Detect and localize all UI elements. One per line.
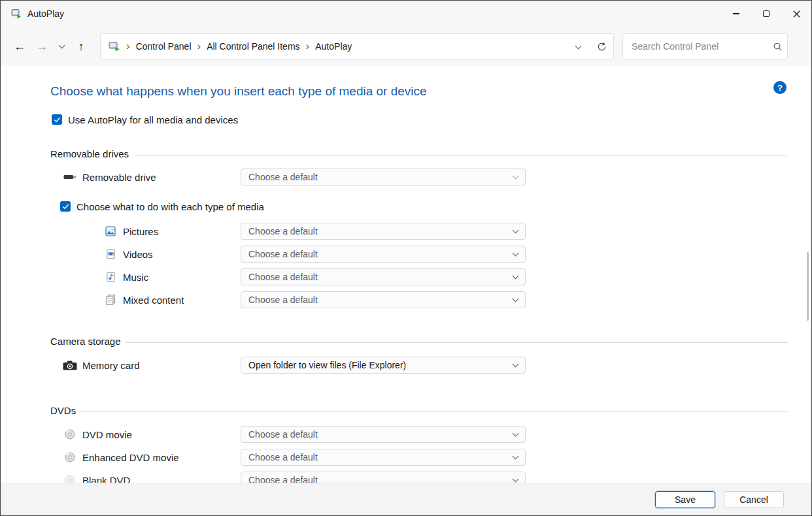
- media-types-row: Choose what to do with each type of medi…: [60, 200, 788, 213]
- forward-button[interactable]: →: [31, 35, 53, 57]
- checkmark-icon: [62, 204, 69, 210]
- mixed-content-select[interactable]: Choose a default: [241, 291, 526, 308]
- window-controls: [721, 1, 811, 27]
- selected-value: Open folder to view files (File Explorer…: [248, 360, 513, 370]
- minimize-icon: [733, 13, 739, 14]
- mixed-content-row: Mixed content Choose a default: [50, 291, 788, 308]
- checkmark-icon: [54, 117, 61, 123]
- autoplay-app-icon: [11, 8, 22, 19]
- main-content: Choose what happens when you insert each…: [1, 66, 811, 483]
- blank-dvd-row: Blank DVD Choose a default: [50, 472, 788, 483]
- selected-value: Choose a default: [248, 226, 513, 236]
- chevron-down-icon: [513, 173, 519, 180]
- pictures-select[interactable]: Choose a default: [241, 223, 526, 240]
- section-title: Removable drives: [50, 148, 129, 159]
- chevron-down-icon: [513, 250, 519, 257]
- dvd-movie-row: DVD movie Choose a default: [50, 426, 788, 443]
- chevron-down-icon: [513, 273, 519, 280]
- removable-drive-row: Removable drive Choose a default: [50, 169, 788, 185]
- dvd-disc-icon: [63, 452, 77, 462]
- use-autoplay-checkbox[interactable]: [52, 114, 62, 125]
- mixed-content-icon: [103, 295, 118, 305]
- breadcrumb-separator-icon: ›: [120, 40, 136, 52]
- selected-value: Choose a default: [248, 429, 513, 440]
- media-types-label[interactable]: Choose what to do with each type of medi…: [76, 201, 264, 212]
- close-button[interactable]: [781, 1, 811, 27]
- pictures-icon: [103, 226, 118, 236]
- enhanced-dvd-movie-row: Enhanced DVD movie Choose a default: [50, 449, 788, 466]
- refresh-icon: [597, 42, 607, 52]
- selected-value: Choose a default: [248, 272, 513, 282]
- scrollbar-thumb[interactable]: [807, 252, 809, 321]
- address-bar[interactable]: › Control Panel › All Control Panel Item…: [100, 33, 614, 59]
- camera-icon: [63, 361, 77, 370]
- section-dvds: DVDs: [50, 404, 788, 417]
- cancel-button[interactable]: Cancel: [724, 491, 784, 508]
- enhanced-dvd-movie-label: Enhanced DVD movie: [82, 452, 179, 463]
- maximize-button[interactable]: [751, 1, 781, 27]
- memory-card-label: Memory card: [82, 360, 140, 371]
- music-label: Music: [123, 272, 148, 283]
- chevron-down-icon: [513, 476, 519, 483]
- control-panel-icon: [109, 41, 120, 52]
- breadcrumb-control-panel[interactable]: Control Panel: [136, 41, 192, 52]
- recent-locations-chevron[interactable]: [53, 35, 70, 57]
- search-input[interactable]: [623, 41, 768, 52]
- mixed-content-label: Mixed content: [123, 295, 184, 306]
- section-removable-drives: Removable drives: [50, 147, 788, 160]
- maximize-icon: [763, 10, 770, 17]
- pictures-row: Pictures Choose a default: [50, 223, 788, 240]
- videos-label: Videos: [123, 249, 153, 260]
- breadcrumb-autoplay[interactable]: AutoPlay: [315, 41, 352, 52]
- section-camera-storage: Camera storage: [50, 334, 788, 347]
- selected-value: Choose a default: [248, 295, 513, 305]
- selected-value: Choose a default: [248, 475, 513, 483]
- blank-dvd-select[interactable]: Choose a default: [241, 472, 526, 483]
- breadcrumb-all-control-panel-items[interactable]: All Control Panel Items: [207, 41, 299, 52]
- chevron-down-icon: [513, 453, 519, 460]
- pictures-label: Pictures: [123, 226, 158, 237]
- window-title: AutoPlay: [27, 8, 64, 19]
- removable-drive-select[interactable]: Choose a default: [241, 169, 526, 185]
- dvd-movie-select[interactable]: Choose a default: [241, 426, 526, 443]
- dvd-movie-label: DVD movie: [82, 429, 132, 440]
- enhanced-dvd-movie-select[interactable]: Choose a default: [241, 449, 526, 466]
- chevron-down-icon: [513, 296, 519, 302]
- selected-value: Choose a default: [248, 452, 513, 462]
- selected-value: Choose a default: [248, 172, 513, 182]
- chevron-down-icon: [513, 227, 519, 234]
- section-divider: [80, 411, 788, 412]
- section-title: DVDs: [50, 405, 76, 416]
- address-dropdown-button[interactable]: [566, 34, 590, 59]
- section-title: Camera storage: [50, 336, 121, 347]
- chevron-down-icon: [58, 42, 65, 48]
- removable-drive-icon: [63, 174, 77, 180]
- minimize-button[interactable]: [721, 1, 751, 27]
- section-divider: [126, 342, 788, 343]
- navigation-bar: ← → ↑ › Control Panel › All Control Pane…: [1, 27, 811, 66]
- videos-row: Videos Choose a default: [50, 246, 788, 263]
- music-row: Music Choose a default: [50, 268, 788, 285]
- up-button[interactable]: ↑: [70, 35, 92, 57]
- breadcrumb-separator-icon: ›: [300, 40, 316, 52]
- autoplay-window: AutoPlay ← → ↑ › Control Panel ›: [0, 0, 812, 516]
- section-divider: [133, 155, 788, 155]
- page-title: Choose what happens when you insert each…: [50, 83, 788, 100]
- footer-bar: Save Cancel: [1, 483, 811, 515]
- chevron-down-icon: [575, 42, 581, 49]
- music-select[interactable]: Choose a default: [241, 268, 526, 285]
- dvd-disc-icon: [63, 475, 77, 483]
- help-icon[interactable]: ?: [773, 81, 787, 94]
- use-autoplay-label[interactable]: Use AutoPlay for all media and devices: [68, 114, 238, 125]
- breadcrumb-separator-icon: ›: [192, 40, 207, 52]
- back-button[interactable]: ←: [8, 35, 31, 57]
- save-button[interactable]: Save: [655, 491, 715, 508]
- removable-drive-label: Removable drive: [82, 172, 156, 183]
- search-icon[interactable]: [768, 42, 787, 52]
- blank-dvd-label: Blank DVD: [82, 475, 130, 483]
- videos-select[interactable]: Choose a default: [241, 246, 526, 263]
- dvd-disc-icon: [63, 429, 77, 440]
- media-types-checkbox[interactable]: [60, 201, 71, 212]
- memory-card-select[interactable]: Open folder to view files (File Explorer…: [241, 357, 526, 374]
- refresh-button[interactable]: [590, 34, 613, 59]
